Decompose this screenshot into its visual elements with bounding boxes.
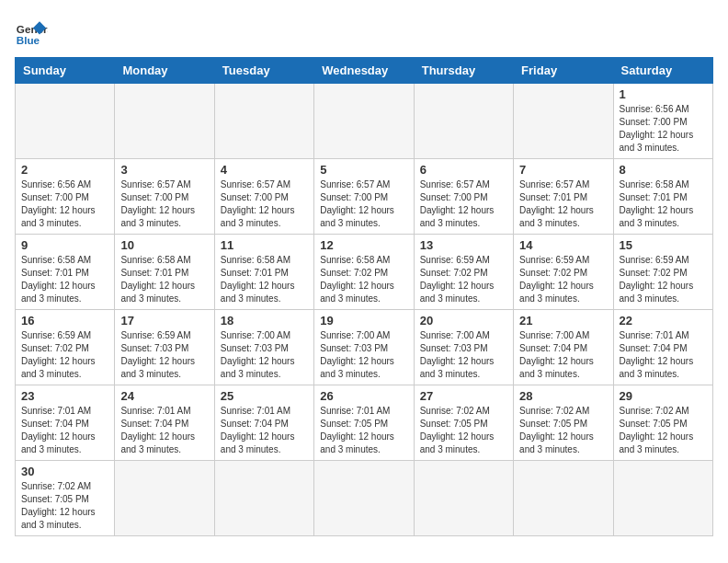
day-info: Sunrise: 7:02 AM Sunset: 7:05 PM Dayligh…: [21, 480, 108, 532]
calendar-cell: 26Sunrise: 7:01 AM Sunset: 7:05 PM Dayli…: [314, 385, 414, 461]
day-info: Sunrise: 7:00 AM Sunset: 7:03 PM Dayligh…: [221, 329, 308, 381]
calendar-cell: [115, 84, 214, 159]
day-number: 15: [620, 238, 707, 252]
calendar-cell: 4Sunrise: 6:57 AM Sunset: 7:00 PM Daylig…: [214, 159, 313, 235]
day-number: 7: [519, 163, 607, 177]
day-info: Sunrise: 7:02 AM Sunset: 7:05 PM Dayligh…: [420, 405, 507, 456]
day-info: Sunrise: 6:58 AM Sunset: 7:01 PM Dayligh…: [620, 178, 707, 230]
calendar-table: SundayMondayTuesdayWednesdayThursdayFrid…: [15, 57, 713, 536]
day-info: Sunrise: 6:59 AM Sunset: 7:02 PM Dayligh…: [420, 254, 507, 305]
calendar-cell: 6Sunrise: 6:57 AM Sunset: 7:00 PM Daylig…: [414, 159, 513, 235]
day-number: 14: [519, 238, 607, 252]
weekday-header-saturday: Saturday: [613, 58, 712, 84]
calendar-cell: [214, 461, 313, 536]
calendar-cell: 20Sunrise: 7:00 AM Sunset: 7:03 PM Dayli…: [414, 310, 513, 385]
day-number: 26: [320, 389, 407, 403]
calendar-cell: [613, 461, 712, 536]
day-info: Sunrise: 7:02 AM Sunset: 7:05 PM Dayligh…: [519, 405, 607, 456]
calendar-cell: 9Sunrise: 6:58 AM Sunset: 7:01 PM Daylig…: [16, 235, 115, 310]
day-info: Sunrise: 6:59 AM Sunset: 7:02 PM Dayligh…: [620, 254, 707, 305]
week-row-4: 16Sunrise: 6:59 AM Sunset: 7:02 PM Dayli…: [16, 310, 713, 385]
calendar-cell: 1Sunrise: 6:56 AM Sunset: 7:00 PM Daylig…: [613, 84, 712, 159]
calendar-cell: 10Sunrise: 6:58 AM Sunset: 7:01 PM Dayli…: [115, 235, 214, 310]
calendar-cell: 16Sunrise: 6:59 AM Sunset: 7:02 PM Dayli…: [16, 310, 115, 385]
day-number: 1: [620, 87, 707, 101]
calendar-cell: 7Sunrise: 6:57 AM Sunset: 7:01 PM Daylig…: [514, 159, 613, 235]
calendar-cell: 18Sunrise: 7:00 AM Sunset: 7:03 PM Dayli…: [214, 310, 313, 385]
calendar-header-row: SundayMondayTuesdayWednesdayThursdayFrid…: [16, 58, 713, 84]
day-info: Sunrise: 7:01 AM Sunset: 7:05 PM Dayligh…: [320, 405, 407, 456]
calendar-cell: 28Sunrise: 7:02 AM Sunset: 7:05 PM Dayli…: [514, 385, 613, 461]
week-row-3: 9Sunrise: 6:58 AM Sunset: 7:01 PM Daylig…: [16, 235, 713, 310]
calendar-cell: [314, 461, 414, 536]
day-info: Sunrise: 7:01 AM Sunset: 7:04 PM Dayligh…: [21, 405, 108, 456]
day-info: Sunrise: 6:59 AM Sunset: 7:02 PM Dayligh…: [519, 254, 607, 305]
calendar-cell: [514, 84, 613, 159]
day-number: 22: [620, 314, 707, 327]
day-number: 25: [221, 389, 308, 403]
calendar-cell: 25Sunrise: 7:01 AM Sunset: 7:04 PM Dayli…: [214, 385, 313, 461]
day-number: 27: [420, 389, 507, 403]
calendar-cell: 12Sunrise: 6:58 AM Sunset: 7:02 PM Dayli…: [314, 235, 414, 310]
day-number: 5: [320, 163, 407, 177]
day-number: 18: [221, 314, 308, 327]
day-info: Sunrise: 7:00 AM Sunset: 7:03 PM Dayligh…: [420, 329, 507, 381]
day-number: 13: [420, 238, 507, 252]
calendar-cell: 3Sunrise: 6:57 AM Sunset: 7:00 PM Daylig…: [115, 159, 214, 235]
day-number: 11: [221, 238, 308, 252]
week-row-6: 30Sunrise: 7:02 AM Sunset: 7:05 PM Dayli…: [16, 461, 713, 536]
day-number: 17: [120, 314, 208, 327]
day-info: Sunrise: 7:01 AM Sunset: 7:04 PM Dayligh…: [221, 405, 308, 456]
calendar-cell: 8Sunrise: 6:58 AM Sunset: 7:01 PM Daylig…: [613, 159, 712, 235]
svg-text:Blue: Blue: [17, 34, 40, 46]
day-info: Sunrise: 6:59 AM Sunset: 7:02 PM Dayligh…: [21, 329, 108, 381]
calendar-cell: [314, 84, 414, 159]
day-info: Sunrise: 6:57 AM Sunset: 7:01 PM Dayligh…: [519, 178, 607, 230]
calendar-cell: 24Sunrise: 7:01 AM Sunset: 7:04 PM Dayli…: [115, 385, 214, 461]
day-number: 24: [120, 389, 208, 403]
day-info: Sunrise: 6:58 AM Sunset: 7:02 PM Dayligh…: [320, 254, 407, 305]
day-number: 3: [120, 163, 208, 177]
calendar-cell: [514, 461, 613, 536]
day-info: Sunrise: 6:58 AM Sunset: 7:01 PM Dayligh…: [120, 254, 208, 305]
day-info: Sunrise: 6:57 AM Sunset: 7:00 PM Dayligh…: [320, 178, 407, 230]
day-number: 12: [320, 238, 407, 252]
day-number: 2: [21, 163, 108, 177]
day-info: Sunrise: 6:59 AM Sunset: 7:03 PM Dayligh…: [120, 329, 208, 381]
calendar-cell: [214, 84, 313, 159]
day-info: Sunrise: 6:56 AM Sunset: 7:00 PM Dayligh…: [620, 103, 707, 155]
day-info: Sunrise: 7:00 AM Sunset: 7:03 PM Dayligh…: [320, 329, 407, 381]
day-number: 28: [519, 389, 607, 403]
calendar-cell: 11Sunrise: 6:58 AM Sunset: 7:01 PM Dayli…: [214, 235, 313, 310]
weekday-header-thursday: Thursday: [414, 58, 513, 84]
week-row-5: 23Sunrise: 7:01 AM Sunset: 7:04 PM Dayli…: [16, 385, 713, 461]
calendar-cell: 30Sunrise: 7:02 AM Sunset: 7:05 PM Dayli…: [16, 461, 115, 536]
calendar-body: 1Sunrise: 6:56 AM Sunset: 7:00 PM Daylig…: [16, 84, 713, 536]
calendar-cell: [414, 84, 513, 159]
day-number: 29: [620, 389, 707, 403]
day-number: 16: [21, 314, 108, 327]
day-info: Sunrise: 6:56 AM Sunset: 7:00 PM Dayligh…: [21, 178, 108, 230]
calendar-cell: 17Sunrise: 6:59 AM Sunset: 7:03 PM Dayli…: [115, 310, 214, 385]
weekday-header-tuesday: Tuesday: [214, 58, 313, 84]
calendar-cell: 29Sunrise: 7:02 AM Sunset: 7:05 PM Dayli…: [613, 385, 712, 461]
calendar-cell: 14Sunrise: 6:59 AM Sunset: 7:02 PM Dayli…: [514, 235, 613, 310]
calendar-cell: 15Sunrise: 6:59 AM Sunset: 7:02 PM Dayli…: [613, 235, 712, 310]
day-info: Sunrise: 6:57 AM Sunset: 7:00 PM Dayligh…: [120, 178, 208, 230]
day-info: Sunrise: 7:02 AM Sunset: 7:05 PM Dayligh…: [620, 405, 707, 456]
calendar-cell: 21Sunrise: 7:00 AM Sunset: 7:04 PM Dayli…: [514, 310, 613, 385]
day-info: Sunrise: 7:01 AM Sunset: 7:04 PM Dayligh…: [120, 405, 208, 456]
week-row-1: 1Sunrise: 6:56 AM Sunset: 7:00 PM Daylig…: [16, 84, 713, 159]
day-number: 10: [120, 238, 208, 252]
week-row-2: 2Sunrise: 6:56 AM Sunset: 7:00 PM Daylig…: [16, 159, 713, 235]
logo-icon: General Blue: [15, 15, 48, 48]
calendar-cell: 27Sunrise: 7:02 AM Sunset: 7:05 PM Dayli…: [414, 385, 513, 461]
day-info: Sunrise: 6:58 AM Sunset: 7:01 PM Dayligh…: [21, 254, 108, 305]
day-info: Sunrise: 6:58 AM Sunset: 7:01 PM Dayligh…: [221, 254, 308, 305]
day-number: 20: [420, 314, 507, 327]
calendar-cell: 5Sunrise: 6:57 AM Sunset: 7:00 PM Daylig…: [314, 159, 414, 235]
weekday-header-monday: Monday: [115, 58, 214, 84]
day-number: 8: [620, 163, 707, 177]
calendar-cell: [16, 84, 115, 159]
weekday-header-friday: Friday: [514, 58, 613, 84]
